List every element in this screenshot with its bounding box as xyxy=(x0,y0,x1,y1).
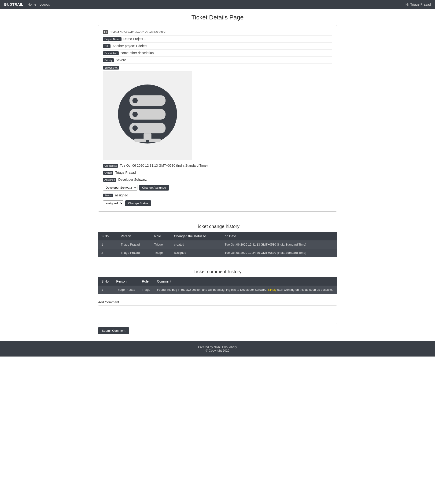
cm-role: Triage xyxy=(139,286,154,294)
comment-history-title: Ticket comment history xyxy=(98,263,337,277)
description-row: Description some other description xyxy=(103,50,332,57)
title-row: Title Another project 1 defect xyxy=(103,43,332,50)
assignee-select[interactable]: Developer Schwarz xyxy=(103,185,137,190)
server-svg-icon xyxy=(115,83,180,148)
status-select[interactable]: assigned open closed resolved xyxy=(103,200,123,206)
assignee-badge: Assignee xyxy=(103,178,116,182)
screenshot-image xyxy=(103,71,192,160)
page-title: Ticket Details Page xyxy=(0,9,435,25)
svg-rect-8 xyxy=(134,139,146,142)
svg-point-4 xyxy=(133,112,138,117)
change-assignee-button[interactable]: Change Assignee xyxy=(139,185,169,190)
ch-col-person: Person xyxy=(118,232,151,240)
priority-row: Priority Severe xyxy=(103,57,332,64)
ticket-id-row: ID dbd6f47f-c529-423d-a001-65a83b6b60cc xyxy=(103,29,332,36)
status-badge-label: Status xyxy=(103,194,113,197)
svg-point-6 xyxy=(133,126,138,131)
status-control-row: assigned open closed resolved Change Sta… xyxy=(103,199,332,208)
owner-row: Owner Triage Prasad xyxy=(103,169,332,176)
nav-logout[interactable]: Logout xyxy=(40,3,50,6)
submit-comment-button[interactable]: Submit Comment xyxy=(98,327,129,334)
ch-sno: 1 xyxy=(98,240,118,249)
title-badge: Title xyxy=(103,44,110,48)
assignee-control-row: Developer Schwarz Change Assignee xyxy=(103,183,332,192)
change-history-title: Ticket change history xyxy=(98,218,337,232)
cm-sno: 1 xyxy=(98,286,113,294)
project-name-row: Project Name Demo Project 1 xyxy=(103,36,332,43)
title-value: Another project 1 defect xyxy=(112,44,147,48)
ch-col-status: Changed the status to xyxy=(171,232,221,240)
created-at-value: Tue Oct 06 2020 12:31:13 GMT+0530 (India… xyxy=(120,164,208,167)
svg-rect-9 xyxy=(149,139,161,142)
status-row: Status assigned xyxy=(103,192,332,199)
assignee-row: Assignee Developer Schwarz xyxy=(103,176,332,183)
description-value: some other description xyxy=(121,51,154,55)
ch-person: Triage Prasad xyxy=(118,240,151,249)
cmh-col-person: Person xyxy=(113,277,139,286)
ch-status: created xyxy=(171,240,221,249)
screenshot-section: Screenshot xyxy=(103,64,332,162)
status-value: assigned xyxy=(115,193,128,197)
brand-logo: BUGTRAIL xyxy=(4,2,23,6)
created-at-badge: Created At xyxy=(103,164,118,168)
footer-line2: © Copyright 2020 xyxy=(4,349,431,352)
footer: Created by Nikhil Choudhary © Copyright … xyxy=(0,341,435,357)
priority-badge: Priority xyxy=(103,58,114,62)
ch-sno: 2 xyxy=(98,249,118,257)
navbar: BUGTRAIL Home Logout Hi, Triage Prasad xyxy=(0,0,435,9)
change-status-button[interactable]: Change Status xyxy=(125,200,151,206)
created-at-row: Created At Tue Oct 06 2020 12:31:13 GMT+… xyxy=(103,162,332,169)
add-comment-label: Add Comment xyxy=(98,300,337,304)
description-badge: Description xyxy=(103,51,119,55)
svg-point-2 xyxy=(133,98,138,103)
assignee-value: Developer Schwarz xyxy=(118,178,146,181)
owner-value: Triage Prasad xyxy=(115,171,136,174)
table-row: 2 Triage Prasad Triage assigned Tue Oct … xyxy=(98,249,337,257)
comment-history-table: S.No. Person Role Comment 1 Triage Prasa… xyxy=(98,277,337,294)
table-row: 1 Triage Prasad Triage Found this bug in… xyxy=(98,286,337,294)
table-row: 1 Triage Prasad Triage created Tue Oct 0… xyxy=(98,240,337,249)
project-name-value: Demo Project 1 xyxy=(123,37,146,41)
add-comment-section: Add Comment Submit Comment xyxy=(98,300,337,341)
screenshot-badge: Screenshot xyxy=(103,66,119,70)
ticket-card: ID dbd6f47f-c529-423d-a001-65a83b6b60cc … xyxy=(98,25,337,212)
ch-role: Triage xyxy=(151,240,171,249)
ticket-id-value: dbd6f47f-c529-423d-a001-65a83b6b60cc xyxy=(110,30,166,34)
id-badge: ID xyxy=(103,30,108,34)
ch-col-sno: S.No. xyxy=(98,232,118,240)
ch-col-role: Role xyxy=(151,232,171,240)
cmh-col-role: Role xyxy=(139,277,154,286)
footer-line1: Created by Nikhil Choudhary xyxy=(4,345,431,349)
ch-date: Tue Oct 06 2020 12:31:13 GMT+0530 (India… xyxy=(221,240,337,249)
priority-value: Severe xyxy=(116,58,126,62)
cm-person: Triage Prasad xyxy=(113,286,139,294)
cmh-col-sno: S.No. xyxy=(98,277,113,286)
user-greeting: Hi, Triage Prasad xyxy=(406,3,431,6)
ch-person: Triage Prasad xyxy=(118,249,151,257)
ch-col-date: on Date xyxy=(221,232,337,240)
change-history-table: S.No. Person Role Changed the status to … xyxy=(98,232,337,257)
comment-textarea[interactable] xyxy=(98,306,337,324)
ch-role: Triage xyxy=(151,249,171,257)
owner-badge: Owner xyxy=(103,171,113,175)
nav-home[interactable]: Home xyxy=(28,3,36,6)
cmh-col-comment: Comment xyxy=(154,277,337,286)
ch-date: Tue Oct 06 2020 12:34:30 GMT+0530 (India… xyxy=(221,249,337,257)
cm-comment: Found this bug in the xyz section and wi… xyxy=(154,286,337,294)
project-name-badge: Project Name xyxy=(103,37,121,41)
ch-status: assigned xyxy=(171,249,221,257)
